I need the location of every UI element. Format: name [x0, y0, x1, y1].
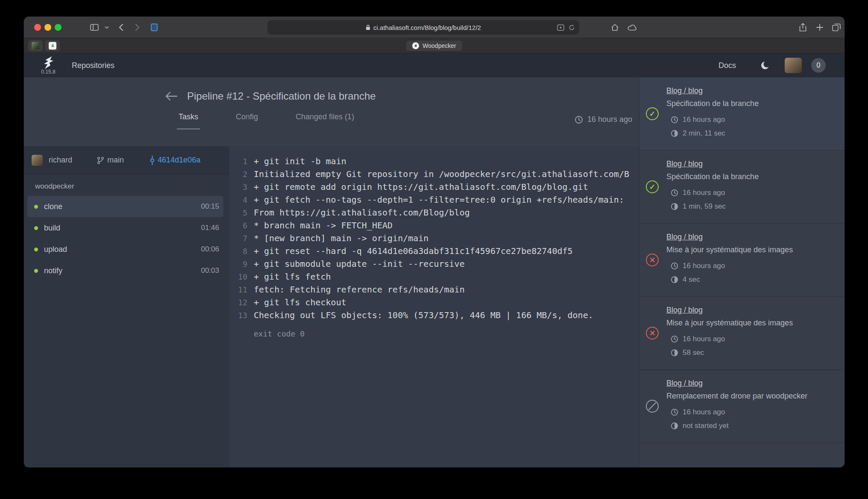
- active-tab-title: Woodpecker: [422, 42, 456, 49]
- log-line: 12+ git lfs checkout: [229, 296, 639, 309]
- dark-mode-toggle-icon[interactable]: [760, 60, 770, 71]
- repo-link[interactable]: Blog / blog: [666, 159, 759, 168]
- commit-message: Remplacement de drone par woodpecker: [666, 392, 807, 401]
- pinned-tab-2-favicon: [49, 42, 56, 50]
- clock-icon: [671, 262, 678, 270]
- reload-icon[interactable]: [569, 24, 575, 31]
- main-area: Pipeline #12 - Spécification de la branc…: [24, 77, 845, 467]
- duration-icon: [671, 203, 678, 210]
- step-success-dot: [34, 248, 38, 251]
- new-tab-icon[interactable]: [812, 17, 827, 38]
- clock-icon: [671, 116, 678, 124]
- url-bar[interactable]: ci.athaliasoft.com/Blog/blog/build/12/2: [267, 20, 579, 35]
- active-tab[interactable]: Woodpecker: [406, 41, 462, 51]
- repo-link[interactable]: Blog / blog: [666, 379, 807, 388]
- url-text: ci.athaliasoft.com/Blog/blog/build/12/2: [373, 24, 481, 31]
- log-line: 4+ git fetch --no-tags --depth=1 --filte…: [229, 193, 639, 206]
- extension-badge-icon[interactable]: [557, 24, 564, 31]
- step-success-dot: [34, 205, 38, 209]
- back-arrow-icon[interactable]: [165, 91, 178, 101]
- duration-icon: [671, 276, 678, 283]
- commit-link[interactable]: 4614d1e06a: [150, 156, 200, 165]
- repo-link[interactable]: Blog / blog: [666, 86, 759, 95]
- duration-icon: [671, 422, 678, 430]
- step-clone[interactable]: clone 00:15: [27, 196, 223, 217]
- log-line: 6* branch main -> FETCH_HEAD: [229, 219, 639, 232]
- zoom-window-button[interactable]: [55, 24, 62, 31]
- clock-icon: [671, 189, 678, 197]
- browser-toolbar: ci.athaliasoft.com/Blog/blog/build/12/2: [24, 17, 845, 38]
- branch-name: main: [107, 156, 124, 165]
- nav-docs-link[interactable]: Docs: [718, 61, 736, 70]
- feed-entry[interactable]: Blog / blog Mise à jour systématique des…: [639, 297, 845, 370]
- close-window-button[interactable]: [34, 24, 41, 31]
- start-page-icon[interactable]: [148, 17, 161, 38]
- status-icon: [646, 107, 659, 120]
- commit-icon: [150, 156, 155, 165]
- clock-icon: [671, 408, 678, 416]
- tab-config[interactable]: Config: [234, 112, 260, 130]
- log-line: 7* [new branch] main -> origin/main: [229, 232, 639, 245]
- repo-link[interactable]: Blog / blog: [666, 306, 793, 315]
- step-notify[interactable]: notify 00:03: [27, 260, 223, 281]
- status-icon: [646, 327, 659, 340]
- share-icon[interactable]: [795, 17, 810, 38]
- pinned-tab-2[interactable]: [45, 40, 60, 51]
- steps-panel: richard main 4614: [24, 146, 229, 467]
- commit-message: Spécification de la branche: [666, 99, 759, 108]
- page-title: Pipeline #12 - Spécification de la branc…: [187, 90, 376, 102]
- pipeline-header: Pipeline #12 - Spécification de la branc…: [24, 77, 639, 146]
- sidebar-toggle-icon[interactable]: [87, 17, 102, 38]
- repo-link[interactable]: Blog / blog: [666, 233, 793, 242]
- pipeline-time: 16 hours ago: [575, 115, 632, 124]
- log-line: 2Initialized empty Git repository in /wo…: [229, 168, 639, 180]
- woodpecker-app: 0.15.8 Repositories Docs 0 Pipeline #12 …: [24, 53, 845, 467]
- log-line: 1+ git init -b main: [229, 155, 639, 168]
- tab-tasks[interactable]: Tasks: [177, 112, 200, 130]
- workflow-group-label: woodpecker: [24, 174, 229, 196]
- log-line: 5From https://git.athaliasoft.com/Blog/b…: [229, 206, 639, 219]
- log-line: 13Checking out LFS objects: 100% (573/57…: [229, 309, 639, 322]
- user-avatar[interactable]: [785, 58, 802, 73]
- clock-icon: [671, 335, 678, 343]
- log-line: 11fetch: Fetching reference refs/heads/m…: [229, 283, 639, 296]
- woodpecker-favicon: [412, 42, 419, 49]
- commit-message: Mise à jour systématique des images: [666, 245, 793, 254]
- feed-entry[interactable]: Blog / blog Spécification de la branche …: [639, 151, 845, 224]
- step-upload[interactable]: upload 00:06: [27, 239, 223, 260]
- status-icon: [646, 254, 659, 266]
- log-line: 10+ git lfs fetch: [229, 270, 639, 283]
- woodpecker-logo[interactable]: 0.15.8: [41, 56, 56, 75]
- home-icon[interactable]: [607, 17, 622, 38]
- duration-icon: [671, 349, 678, 357]
- tab-strip: Woodpecker: [24, 38, 845, 53]
- pinned-tab-1[interactable]: [28, 40, 43, 51]
- feed-entry[interactable]: Blog / blog: [639, 443, 845, 467]
- chevron-down-icon[interactable]: [103, 17, 111, 38]
- commit-message: Mise à jour systématique des images: [666, 319, 793, 328]
- pipeline-tabs: Tasks Config Changed files (1): [177, 112, 639, 130]
- lock-icon: [366, 24, 370, 30]
- tab-changed-files[interactable]: Changed files (1): [294, 112, 356, 130]
- step-build[interactable]: build 01:46: [27, 217, 223, 239]
- step-success-dot: [34, 269, 38, 273]
- feed-entry[interactable]: Blog / blog Spécification de la branche …: [639, 77, 845, 151]
- exit-code: exit code 0: [254, 329, 639, 338]
- tab-overview-icon[interactable]: [829, 17, 844, 38]
- forward-icon[interactable]: [131, 17, 144, 38]
- minimize-window-button[interactable]: [44, 24, 51, 31]
- log-line: 3+ git remote add origin https://git.ath…: [229, 180, 639, 193]
- clock-icon: [575, 115, 583, 124]
- commit-meta-row: richard main 4614: [24, 146, 229, 174]
- feed-entry[interactable]: Blog / blog Remplacement de drone par wo…: [639, 370, 845, 443]
- log-output[interactable]: 1+ git init -b main 2Initialized empty G…: [229, 146, 639, 467]
- feed-entry[interactable]: Blog / blog Mise à jour systématique des…: [639, 224, 845, 297]
- back-icon[interactable]: [114, 17, 127, 38]
- nav-repositories-link[interactable]: Repositories: [72, 61, 114, 70]
- notifications-badge[interactable]: 0: [811, 58, 826, 73]
- commit-hash: 4614d1e06a: [158, 156, 200, 165]
- log-line: 8+ git reset --hard -q 4614d1e06a3dabf31…: [229, 245, 639, 257]
- branch-info: main: [97, 156, 124, 165]
- pipeline-content: Pipeline #12 - Spécification de la branc…: [24, 77, 639, 467]
- cloud-icon[interactable]: [625, 17, 640, 38]
